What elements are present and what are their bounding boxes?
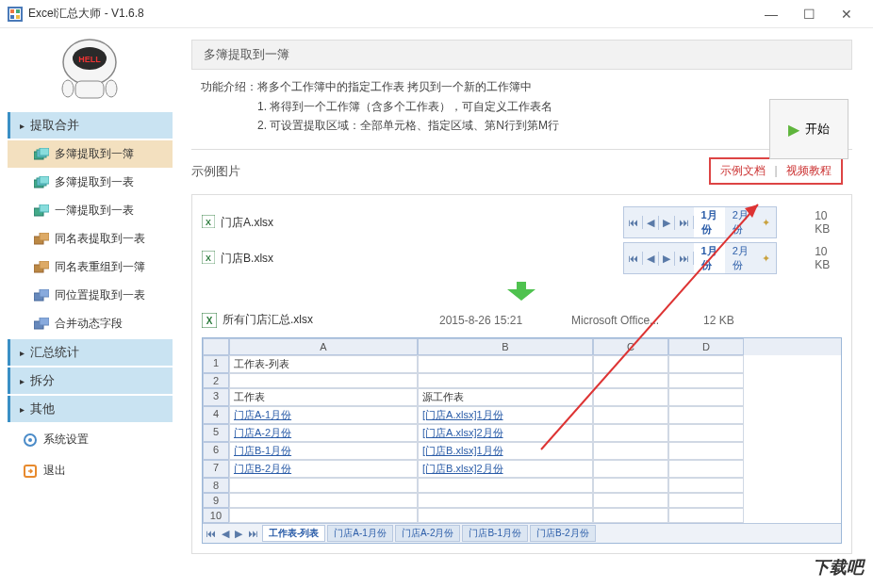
row-header[interactable]: 4 [203,406,229,424]
expand-icon: ▸ [20,404,25,415]
svg-rect-23 [40,261,49,269]
row-header[interactable]: 1 [203,355,229,373]
category-split[interactable]: ▸ 拆分 [8,368,173,394]
tab-nav-prev[interactable]: ◀ [643,216,659,230]
example-links-box: 示例文档 | 视频教程 [709,157,843,185]
sheets-icon [34,289,49,302]
cell [593,424,668,442]
tab-nav-first[interactable]: ⏮ [624,252,643,265]
row-header[interactable]: 3 [203,388,229,406]
sheet-tab[interactable]: 1月份 [694,243,725,273]
category-other[interactable]: ▸ 其他 [8,396,173,422]
svg-rect-5 [16,15,20,19]
system-settings[interactable]: 系统设置 [8,426,173,453]
sheet-tab[interactable]: 1月份 [694,207,725,237]
svg-rect-9 [75,81,104,98]
row-header[interactable]: 10 [203,508,229,523]
col-header[interactable]: D [668,338,744,355]
section-title: 多簿提取到一簿 [191,40,852,70]
tab-nav-prev[interactable]: ◀ [643,252,659,266]
row-header[interactable]: 8 [203,478,229,493]
example-doc-link[interactable]: 示例文档 [720,164,766,177]
tab-nav-first[interactable]: ⏮ [624,216,643,229]
cell[interactable]: 门店A-1月份 [229,406,418,424]
excel-icon: X [202,313,217,328]
row-header[interactable]: 9 [203,493,229,508]
exit-icon [23,464,38,479]
cell [418,373,593,388]
table-row: 5门店A-2月份[门店A.xlsx]2月份 [203,424,841,442]
cell [668,508,744,523]
svg-text:X: X [206,218,211,227]
sheet-tab[interactable]: 门店B-1月份 [462,525,528,542]
nav-same-name-regroup[interactable]: 同名表重组到一簿 [8,253,173,281]
cell [229,373,418,388]
expand-icon: ▸ [20,121,25,131]
sheet-tab[interactable]: 2月份 [725,207,756,237]
row-header[interactable]: 5 [203,424,229,442]
svg-point-10 [62,80,74,97]
sheet-tab[interactable]: 门店A-2月份 [395,525,461,542]
tab-nav-first[interactable]: ⏮ [203,528,219,539]
nav-merge-dynamic-fields[interactable]: 合并动态字段 [8,310,173,337]
tab-nav-next[interactable]: ▶ [659,252,675,266]
select-all-corner[interactable] [203,338,229,355]
row-header[interactable]: 2 [203,373,229,388]
nav-one-book-to-one-sheet[interactable]: 一簿提取到一表 [8,197,173,224]
cell[interactable]: [门店B.xlsx]2月份 [418,460,593,478]
tab-nav-last[interactable]: ⏭ [675,252,694,265]
start-button[interactable]: ▶ 开始 [769,99,848,159]
tab-nav-next[interactable]: ▶ [659,216,675,230]
table-row: 3工作表源工作表 [203,388,841,406]
table-row: 9 [203,493,841,508]
col-header[interactable]: B [418,338,593,355]
source-file-row: X 门店A.xlsx ⏮◀▶⏭ 1月份 2月份 ✦ 10 KB [202,204,842,240]
tab-new-icon[interactable]: ✦ [756,216,776,230]
col-header[interactable]: A [229,338,418,355]
cell [229,493,418,508]
svg-rect-14 [40,148,49,155]
cell[interactable]: [门店A.xlsx]1月份 [418,406,593,424]
bullet-2: 2. 可设置提取区域：全部单元格、指定区域、第N行到第M行 [257,118,852,134]
minimize-button[interactable]: — [752,0,790,28]
cell[interactable]: 门店A-2月份 [229,424,418,442]
nav-multi-book-to-one-sheet[interactable]: 多簿提取到一表 [8,169,173,196]
gear-icon [23,433,38,448]
nav-same-name-to-one-sheet[interactable]: 同名表提取到一表 [8,225,173,253]
row-header[interactable]: 7 [203,460,229,478]
maximize-button[interactable]: ☐ [790,0,828,28]
svg-rect-19 [40,204,49,212]
sheet-tab[interactable]: 工作表-列表 [262,525,325,542]
cell [668,388,744,406]
tab-new-icon[interactable]: ✦ [756,252,776,266]
source-file-row: X 门店B.xlsx ⏮◀▶⏭ 1月份 2月份 ✦ 10 KB [202,240,842,276]
row-header[interactable]: 6 [203,442,229,460]
cell [593,406,668,424]
tab-nav-prev[interactable]: ◀ [219,528,232,540]
cell[interactable]: 门店B-2月份 [229,460,418,478]
nav-multi-book-to-one-book[interactable]: 多簿提取到一簿 [8,140,173,168]
svg-rect-3 [16,9,20,13]
cell[interactable]: [门店A.xlsx]2月份 [418,424,593,442]
cell: 源工作表 [418,388,593,406]
sheet-tab[interactable]: 门店A-1月份 [327,525,393,542]
tab-nav-last[interactable]: ⏭ [675,216,694,229]
close-button[interactable]: ✕ [828,0,865,28]
cell[interactable]: [门店B.xlsx]1月份 [418,442,593,460]
cell[interactable]: 门店B-1月份 [229,442,418,460]
cell [418,508,593,523]
col-header[interactable]: C [593,338,668,355]
tab-nav-next[interactable]: ▶ [232,528,245,540]
category-summary-stats[interactable]: ▸ 汇总统计 [8,339,173,366]
nav-same-position-to-one-sheet[interactable]: 同位置提取到一表 [8,282,173,309]
sheet-tab[interactable]: 门店B-2月份 [530,525,596,542]
video-tutorial-link[interactable]: 视频教程 [786,164,832,177]
sheets-icon [34,233,49,246]
svg-rect-2 [10,9,14,13]
sheet-tab[interactable]: 2月份 [725,243,756,273]
category-extract-merge[interactable]: ▸ 提取合并 [8,112,173,139]
tab-nav-last[interactable]: ⏭ [245,528,261,539]
arrow-down-icon [202,282,842,304]
exit-button[interactable]: 退出 [8,457,173,484]
sidebar: HELL ▸ 提取合并 多簿提取到一簿 多簿提取到一表 一簿提取到一表 同名表提… [0,28,180,588]
